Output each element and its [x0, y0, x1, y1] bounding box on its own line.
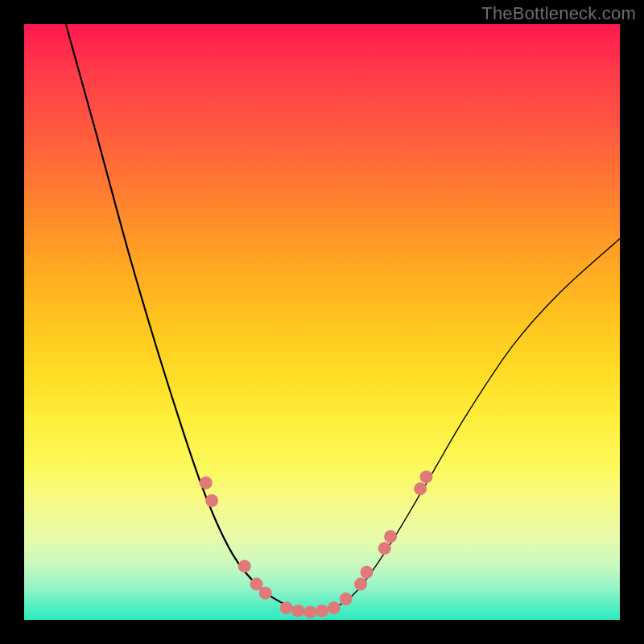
data-marker — [259, 587, 272, 600]
data-marker — [205, 494, 218, 507]
data-marker — [378, 542, 391, 555]
data-markers — [200, 470, 433, 618]
data-marker — [200, 477, 213, 489]
data-marker — [384, 530, 397, 543]
left-curve — [66, 24, 310, 614]
data-marker — [340, 592, 353, 605]
watermark-text: TheBottleneck.com — [481, 3, 636, 24]
data-marker — [361, 566, 374, 579]
data-marker — [414, 482, 427, 495]
data-marker — [291, 605, 304, 617]
data-marker — [420, 470, 433, 483]
chart-frame: TheBottleneck.com — [0, 0, 644, 644]
right-curve — [310, 238, 620, 613]
data-marker — [316, 605, 328, 617]
chart-svg — [24, 24, 620, 620]
data-marker — [354, 578, 367, 591]
data-marker — [280, 601, 293, 614]
data-marker — [328, 601, 341, 614]
data-marker — [238, 559, 251, 572]
data-marker — [303, 605, 316, 618]
